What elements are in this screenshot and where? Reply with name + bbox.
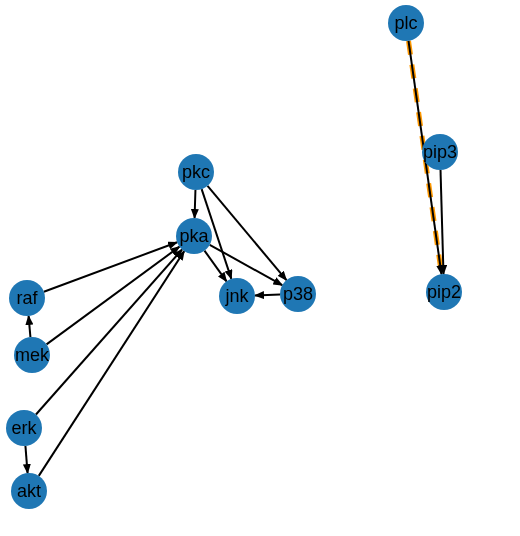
node-circle-akt bbox=[11, 473, 47, 509]
nodes-layer: plcpip3pip2pkcpkarafmekjnkp38erkakt bbox=[6, 5, 462, 509]
node-jnk: jnk bbox=[219, 278, 255, 314]
edge-p38-jnk bbox=[255, 295, 280, 296]
node-circle-mek bbox=[14, 337, 50, 373]
node-erk: erk bbox=[6, 410, 42, 446]
edge-mek-pka bbox=[47, 247, 180, 345]
node-mek: mek bbox=[14, 337, 50, 373]
node-raf: raf bbox=[9, 280, 45, 316]
node-plc: plc bbox=[388, 5, 424, 41]
node-circle-raf bbox=[9, 280, 45, 316]
edge-erk-akt bbox=[25, 446, 27, 473]
node-circle-pka bbox=[176, 218, 212, 254]
node-pip3: pip3 bbox=[422, 134, 458, 170]
node-circle-pip2 bbox=[426, 274, 462, 310]
node-circle-pip3 bbox=[422, 134, 458, 170]
node-circle-jnk bbox=[219, 278, 255, 314]
edge-pka-p38 bbox=[210, 245, 283, 285]
edge-erk-pka bbox=[36, 249, 182, 414]
node-pkc: pkc bbox=[178, 154, 214, 190]
node-circle-p38 bbox=[280, 276, 316, 312]
node-pka: pka bbox=[176, 218, 212, 254]
node-pip2: pip2 bbox=[426, 274, 462, 310]
node-circle-pkc bbox=[178, 154, 214, 190]
edge-pkc-pka bbox=[195, 190, 196, 218]
node-p38: p38 bbox=[280, 276, 316, 312]
node-circle-plc bbox=[388, 5, 424, 41]
node-circle-erk bbox=[6, 410, 42, 446]
edge-mek-raf bbox=[29, 316, 31, 337]
edges-layer bbox=[25, 41, 443, 476]
node-akt: akt bbox=[11, 473, 47, 509]
graph-canvas: plcpip3pip2pkcpkarafmekjnkp38erkakt bbox=[0, 0, 520, 536]
edge-raf-pka bbox=[44, 242, 177, 291]
